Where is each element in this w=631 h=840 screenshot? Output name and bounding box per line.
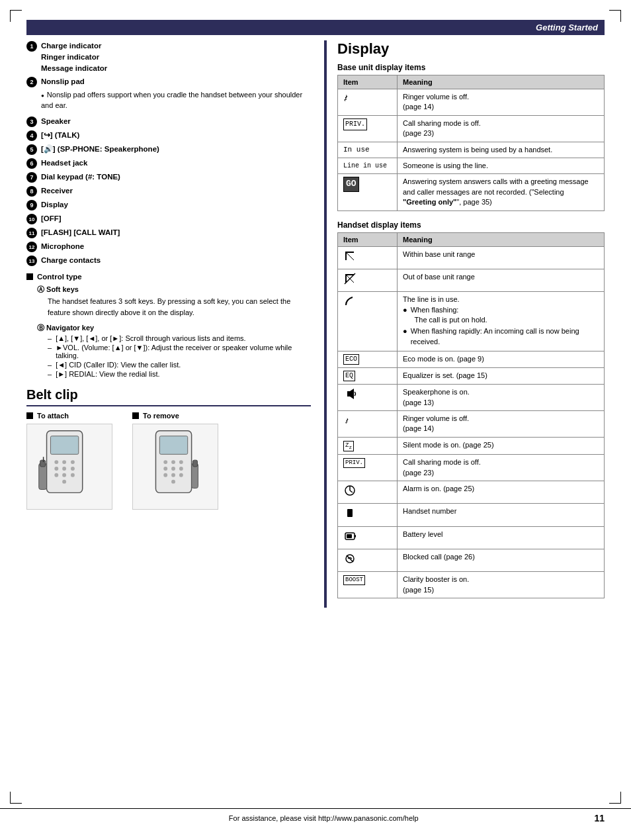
item-cell: In use — [338, 142, 398, 158]
col-header-meaning: Meaning — [398, 232, 605, 246]
table-header-row: Item Meaning — [338, 75, 605, 89]
svg-point-5 — [54, 467, 58, 471]
main-content: 1 Charge indicatorRinger indicatorMessag… — [26, 40, 605, 608]
meaning-cell: Equalizer is set. (page 15) — [398, 368, 605, 385]
soft-keys-label: Ⓐ Soft keys — [37, 285, 311, 295]
table-row: EQ Equalizer is set. (page 15) — [338, 368, 605, 385]
navigator-label: Ⓑ Navigator key — [37, 323, 311, 333]
list-item: 12 Microphone — [26, 241, 311, 252]
list-item: 4 [↪] (TALK) — [26, 130, 311, 141]
item-number: 7 — [26, 172, 37, 183]
item-label: Nonslip pad — [41, 77, 85, 85]
svg-marker-31 — [347, 389, 354, 399]
item-content: Headset jack — [41, 158, 87, 169]
table-row: Handset number — [338, 504, 605, 526]
table-header-row: Item Meaning — [338, 232, 605, 246]
meaning-cell: Someone is using the line. — [398, 158, 605, 173]
col-header-item: Item — [338, 232, 398, 246]
svg-point-24 — [179, 473, 183, 477]
svg-point-21 — [179, 467, 183, 471]
svg-point-11 — [62, 480, 66, 484]
svg-point-10 — [71, 473, 75, 477]
item-number: 6 — [26, 158, 37, 169]
list-item: 3 Speaker — [26, 116, 311, 127]
square-icon — [26, 412, 33, 419]
item-content: Receiver — [41, 185, 73, 197]
item-number: 13 — [26, 256, 37, 266]
attach-label: To attach — [26, 412, 69, 420]
svg-line-28 — [346, 252, 354, 260]
svg-line-35 — [350, 490, 353, 492]
handset-table: Item Meaning Within base unit range — [337, 232, 605, 599]
item-content: Charge indicatorRinger indicatorMessage … — [41, 40, 107, 73]
item-label: Charge indicatorRinger indicatorMessage … — [41, 42, 107, 72]
item-content: [FLASH] [CALL WAIT] — [41, 227, 120, 238]
item-cell: GO — [338, 174, 398, 210]
nav-item-2: ►VOL. (Volume: [▲] or [▼]): Adjust the r… — [48, 344, 311, 359]
belt-clip-section: Belt clip To attach — [26, 387, 311, 510]
remove-image — [132, 424, 218, 510]
svg-point-17 — [171, 460, 175, 464]
table-row: Within base unit range — [338, 246, 605, 269]
handset-label: Handset display items — [337, 220, 605, 230]
item-content: [🔊] (SP-PHONE: Speakerphone) — [41, 144, 159, 155]
svg-point-25 — [171, 480, 175, 484]
footer-center: For assistance, please visit http://www.… — [53, 814, 594, 822]
bullet-flashing: ●When flashing: The call is put on hold. — [403, 305, 599, 326]
meaning-cell: Ringer volume is off.(page 14) — [398, 411, 605, 438]
page-number: 11 — [594, 813, 605, 823]
item-number: 9 — [26, 200, 37, 210]
soft-keys-text: The handset features 3 soft keys. By pre… — [48, 296, 311, 318]
left-column: 1 Charge indicatorRinger indicatorMessag… — [26, 40, 311, 608]
footer: For assistance, please visit http://www.… — [0, 808, 631, 823]
item-cell — [338, 246, 398, 269]
item-label: [FLASH] [CALL WAIT] — [41, 228, 120, 236]
item-cell — [338, 385, 398, 411]
meaning-cell: Clarity booster is on.(page 15) — [398, 572, 605, 598]
table-row: ECO Eco mode is on. (page 9) — [338, 351, 605, 368]
item-label: [🔊] (SP-PHONE: Speakerphone) — [41, 145, 159, 153]
item-label: Headset jack — [41, 159, 87, 167]
item-number: 1 — [26, 41, 37, 52]
control-type-label: Control type — [37, 273, 82, 281]
right-column: Display Base unit display items Item Mea… — [324, 40, 605, 608]
footer-text: For assistance, please visit http://www.… — [229, 814, 419, 822]
meaning-cell: The line is in use. ●When flashing: The … — [398, 292, 605, 351]
item-cell — [338, 292, 398, 351]
list-item: 5 [🔊] (SP-PHONE: Speakerphone) — [26, 144, 311, 155]
corner-mark-br — [609, 792, 621, 804]
svg-rect-15 — [159, 436, 187, 455]
svg-point-9 — [62, 473, 66, 477]
item-number: 5 — [26, 144, 37, 155]
item-cell: EQ — [338, 368, 398, 385]
table-row: Line in use Someone is using the line. — [338, 158, 605, 173]
table-row: Zz Silent mode is on. (page 25) — [338, 437, 605, 454]
item-number: 11 — [26, 228, 37, 238]
item-number: 12 — [26, 242, 37, 252]
svg-rect-27 — [193, 460, 198, 467]
list-item: 9 Display — [26, 199, 311, 210]
header-band: Getting Started — [26, 20, 605, 35]
table-row: Blocked call (page 26) — [338, 549, 605, 572]
item-label: Speaker — [41, 117, 71, 125]
item-content: Charge contacts — [41, 255, 101, 266]
list-item: 8 Receiver — [26, 185, 311, 197]
meaning-cell: Alarm is on. (page 25) — [398, 481, 605, 503]
item-cell — [338, 526, 398, 549]
display-section-title: Display — [337, 40, 605, 58]
item-number: 8 — [26, 186, 37, 197]
table-row: Speakerphone is on.(page 13) — [338, 385, 605, 411]
col-header-item: Item — [338, 75, 398, 89]
belt-images: To attach — [26, 412, 311, 510]
control-type-content: Ⓐ Soft keys The handset features 3 soft … — [37, 285, 311, 378]
item-content: [↪] (TALK) — [41, 130, 79, 141]
item-label: [OFF] — [41, 214, 62, 222]
list-item: 2 Nonslip pad — [26, 76, 311, 87]
nav-item-3: [◄] CID (Caller ID): View the caller lis… — [48, 361, 311, 369]
svg-rect-13 — [40, 460, 46, 467]
square-bullet-icon — [26, 273, 33, 280]
svg-line-41 — [347, 555, 353, 562]
list-item: 1 Charge indicatorRinger indicatorMessag… — [26, 40, 311, 73]
item-label: Receiver — [41, 187, 73, 195]
svg-text:𝄽: 𝄽 — [345, 418, 349, 424]
